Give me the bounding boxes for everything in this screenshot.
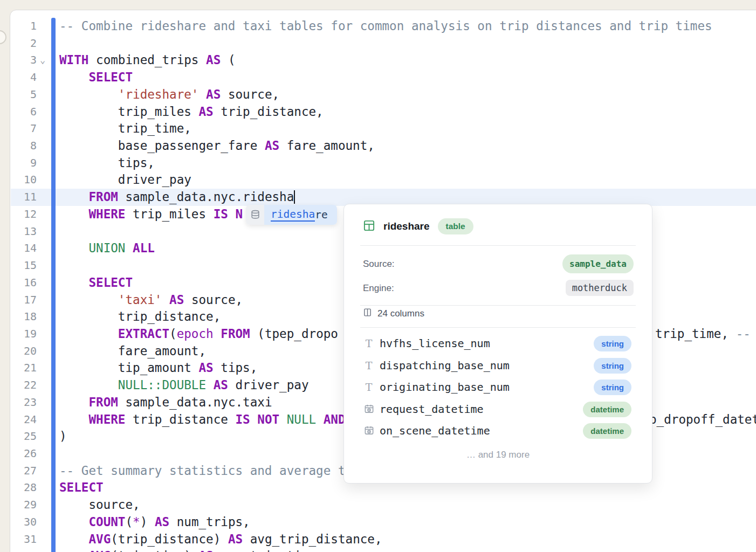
code-token: driver_pay: [59, 172, 191, 187]
line-number[interactable]: 13: [11, 223, 37, 240]
code-token: fare_amount,: [59, 344, 206, 358]
code-token: --: [736, 327, 751, 341]
code-token: AS: [198, 549, 213, 552]
line-number[interactable]: 30: [11, 514, 37, 531]
code-line-8[interactable]: 8 base_passenger_fare AS fare_amount,: [0, 137, 756, 155]
code-token: epoch: [177, 327, 214, 341]
line-number[interactable]: 10: [11, 171, 37, 189]
code-line-29[interactable]: 29 source,: [0, 496, 756, 514]
code-token: WHERE: [88, 412, 125, 426]
line-number[interactable]: 7: [11, 120, 37, 137]
code-token: source,: [221, 87, 279, 101]
column-type-badge: string: [594, 336, 631, 351]
line-number[interactable]: 27: [11, 463, 37, 480]
code-line-6[interactable]: 6 trip_miles AS trip_distance,: [0, 104, 756, 121]
code-token: avg_trip_distance,: [243, 532, 382, 546]
code-token: (: [221, 53, 235, 67]
column-row-hvfhs_license_num: Thvfhs_license_numstring: [344, 333, 652, 355]
code-token: 'taxi': [118, 293, 162, 307]
code-line-4[interactable]: 4 SELECT: [0, 69, 756, 86]
code-token: EXTRACT: [118, 327, 169, 341]
code-line-30[interactable]: 30 COUNT(*) AS num_trips,: [0, 514, 756, 531]
line-number[interactable]: 25: [11, 428, 37, 445]
line-number[interactable]: 20: [11, 343, 37, 360]
line-number[interactable]: 2: [11, 35, 37, 52]
code-token: AS: [169, 293, 184, 307]
line-number[interactable]: 4: [11, 69, 37, 86]
line-number[interactable]: 1: [11, 18, 37, 35]
calendar-clock-icon: [363, 403, 374, 415]
text-icon: T: [363, 337, 374, 349]
code-token: SELECT: [88, 70, 133, 84]
divider: [360, 245, 636, 246]
line-number[interactable]: 17: [11, 292, 37, 309]
line-number[interactable]: 9: [11, 155, 37, 172]
code-line-10[interactable]: 10 driver_pay: [0, 171, 756, 189]
line-number[interactable]: 12: [11, 206, 37, 223]
line-number[interactable]: 8: [11, 137, 37, 155]
code-token: fare_amount,: [279, 139, 375, 153]
line-number[interactable]: 29: [11, 496, 37, 514]
line-number[interactable]: 6: [11, 104, 37, 121]
line-number[interactable]: 32: [11, 548, 37, 552]
line-number[interactable]: 24: [11, 411, 37, 429]
text-icon: T: [363, 381, 374, 393]
code-line-5[interactable]: 5 'rideshare' AS source,: [0, 86, 756, 104]
chevron-down-icon[interactable]: ⌄: [40, 52, 51, 69]
code-token: [59, 549, 88, 552]
code-token: AS: [265, 139, 279, 153]
popup-table-title: rideshare: [383, 220, 430, 232]
code-line-9[interactable]: 9 tips,: [0, 155, 756, 172]
code-token: AVG: [88, 549, 111, 552]
line-number[interactable]: 3: [11, 52, 37, 69]
code-token: (trip_time): [111, 549, 198, 552]
code-line-3[interactable]: 3⌄WITH combined_trips AS (: [0, 52, 756, 69]
code-token: AS: [198, 105, 213, 119]
code-token: sample_data.nyc.taxi: [118, 395, 272, 409]
code-token: COUNT: [88, 515, 125, 529]
line-number[interactable]: 23: [11, 394, 37, 411]
code-token: (trip_distance): [111, 532, 228, 546]
line-number[interactable]: 31: [11, 531, 37, 548]
column-row-dispatching_base_num: Tdispatching_base_numstring: [344, 355, 652, 377]
code-token: [59, 293, 118, 307]
source-value-badge: sample_data: [562, 254, 634, 273]
line-number[interactable]: 26: [11, 445, 37, 463]
code-token: UNION: [88, 241, 125, 255]
autocomplete-item-rideshare[interactable]: rideshare: [246, 205, 337, 225]
code-token: tip_amount: [59, 361, 198, 375]
database-icon: [246, 205, 264, 225]
more-columns-text: … and 19 more: [344, 450, 652, 460]
code-token: [125, 241, 133, 255]
code-token: [214, 327, 221, 341]
line-number[interactable]: 22: [11, 377, 37, 394]
text-icon: T: [363, 360, 374, 371]
code-token: -- Get summary statistics and average t: [59, 464, 346, 478]
code-line-31[interactable]: 31 AVG(trip_distance) AS avg_trip_distan…: [0, 531, 756, 548]
code-line-7[interactable]: 7 trip_time,: [0, 120, 756, 137]
code-token: [316, 412, 324, 426]
code-token: WITH: [59, 53, 88, 67]
divider: [360, 327, 636, 328]
code-token: trip_distance,: [214, 105, 324, 119]
line-number[interactable]: 16: [11, 274, 37, 292]
line-number[interactable]: 15: [11, 257, 37, 274]
line-number[interactable]: 11: [11, 189, 37, 206]
code-line-1[interactable]: 1-- Combine rideshare and taxi tables fo…: [0, 18, 756, 35]
line-number[interactable]: 28: [11, 479, 37, 496]
line-number[interactable]: 14: [11, 240, 37, 257]
code-token: (: [169, 327, 177, 341]
line-number[interactable]: 5: [11, 86, 37, 104]
calendar-clock-icon: [363, 425, 374, 437]
code-line-32[interactable]: 32 AVG(trip_time) AS avg_trip_time,: [0, 548, 756, 552]
code-token: trip_distance,: [59, 309, 221, 323]
code-token: avg_trip_time,: [214, 549, 324, 552]
line-number[interactable]: 21: [11, 360, 37, 377]
line-number[interactable]: 18: [11, 308, 37, 326]
column-name: dispatching_base_num: [380, 359, 510, 372]
code-token: [59, 87, 118, 101]
line-number[interactable]: 19: [11, 326, 37, 343]
column-type-badge: string: [594, 380, 631, 395]
code-line-2[interactable]: 2: [0, 35, 756, 52]
code-token: AS: [228, 532, 243, 546]
